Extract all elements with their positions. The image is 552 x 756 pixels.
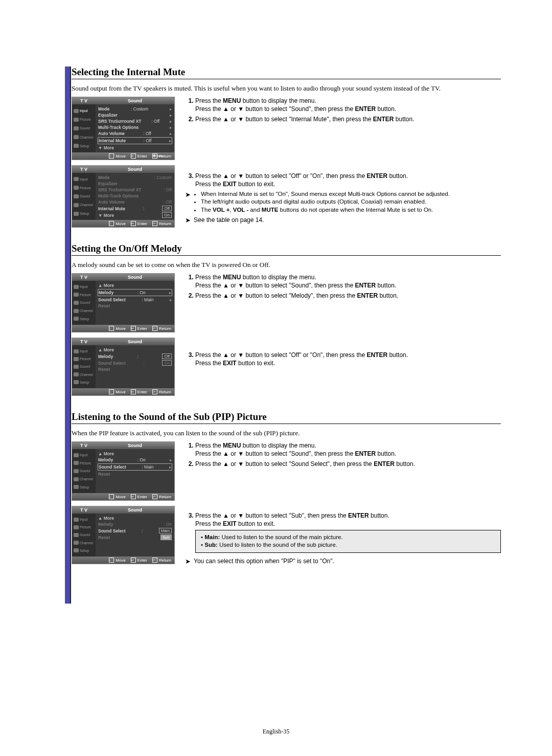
row-eq: Equalizer [98, 113, 118, 118]
section2-steps-b: Press the ▲ or ▼ button to select "Off" … [195, 351, 501, 367]
move-icon: ↕ [109, 221, 114, 226]
enter-icon: ↵ [131, 389, 136, 394]
channel-icon [74, 541, 79, 545]
section1-steps-b: Press the ▲ or ▼ button to select "Off" … [195, 172, 501, 188]
row-more: ▼ More [98, 145, 114, 150]
enter-icon: ↵ [131, 326, 136, 331]
channel-icon [74, 372, 79, 376]
return-icon: ⏎ [152, 389, 157, 394]
input-icon [74, 453, 79, 457]
enter-icon: ↵ [131, 221, 136, 226]
row-av: Auto Volume [98, 131, 125, 136]
osd-screenshot: T VSound Input Picture Sound Channel Set… [72, 165, 175, 228]
section1-content: T VSound Input Picture Sound Channel Set… [72, 97, 501, 228]
section3-infobox: • Main: Used to listen to the sound of t… [195, 530, 501, 553]
section3-intro: When the PIP feature is activated, you c… [72, 429, 501, 437]
osd-tv-label: T V [72, 97, 96, 104]
section1-note2: ➤ See the table on page 14. [185, 216, 501, 225]
move-icon: ↕ [109, 326, 114, 331]
sound-icon [74, 301, 79, 305]
osd-title: Sound [96, 97, 174, 104]
section2-steps-a: Press the MENU button to display the men… [195, 273, 501, 300]
section3-note: ➤ You can select this option when "PIP" … [185, 557, 501, 566]
osd-screenshot: T VSound Input Picture Sound Channel Set… [72, 97, 175, 160]
picture-icon [74, 293, 79, 297]
picture-icon [74, 357, 79, 361]
osd-screenshot: T VSound Input Picture Sound Channel Set… [72, 273, 175, 332]
return-icon: ⏎ [152, 221, 157, 226]
input-icon [74, 109, 79, 113]
osd-list: Mode: Custom▸ Equalizer▸ SRS TruSurround… [96, 104, 174, 152]
sound-icon [74, 533, 79, 537]
move-icon: ↕ [109, 558, 114, 563]
return-icon: �return [152, 153, 157, 159]
return-icon: ⏎ [152, 326, 157, 331]
setup-icon [74, 317, 79, 321]
row-mto: Multi-Track Options [98, 125, 139, 130]
chevron-right-icon: ▸ [170, 298, 172, 302]
chevron-right-icon: ▸ [170, 119, 172, 124]
channel-icon [74, 203, 79, 207]
move-icon: ↕ [109, 494, 114, 499]
note-arrow-icon: ➤ [185, 216, 191, 225]
chevron-right-icon: ▸ [169, 139, 171, 143]
section2-intro: A melody sound can be set to come on whe… [72, 261, 501, 269]
section2-heading: Setting the On/Off Melody [72, 243, 501, 256]
section3-steps-a: Press the MENU button to display the men… [195, 441, 501, 469]
picture-icon [74, 186, 79, 190]
channel-icon [74, 309, 79, 313]
section1-steps-a: Press the MENU button to display the men… [195, 97, 501, 124]
nav-picture: Picture [72, 116, 96, 123]
input-icon [74, 349, 79, 353]
option-off: Off [162, 206, 172, 211]
chevron-right-icon: ▸ [170, 125, 172, 130]
row-srs: SRS TruSurround XT [98, 119, 142, 124]
input-icon [74, 177, 79, 181]
note-arrow-icon: ➤ [185, 557, 191, 566]
step-3: Press the ▲ or ▼ button to select "Off" … [195, 172, 501, 188]
picture-icon [74, 118, 79, 122]
osd-footer: ↕Move ↵Enter �returnReturn [72, 152, 174, 160]
section3-heading: Listening to the Sound of the Sub (PIP) … [72, 411, 501, 424]
return-icon: ⏎ [152, 494, 157, 499]
option-on: On [162, 212, 172, 218]
row-mode: Mode [98, 106, 109, 112]
setup-icon [74, 144, 79, 148]
setup-icon [74, 548, 79, 552]
input-icon [74, 285, 79, 289]
sound-icon [74, 365, 79, 369]
section1-note1: ➤ When Internal Mute is set to "On", Sou… [185, 190, 501, 214]
setup-icon [74, 380, 79, 384]
step-1: Press the MENU button to display the men… [195, 97, 501, 113]
note-arrow-icon: ➤ [185, 190, 191, 214]
enter-icon: ↵ [131, 494, 136, 499]
setup-icon [74, 212, 79, 216]
osd-screenshot: T VSound Input Picture Sound Channel Set… [72, 338, 175, 396]
chevron-right-icon: ▸ [169, 291, 171, 295]
move-icon: ↕ [109, 153, 114, 159]
chevron-right-icon: ▸ [170, 107, 172, 112]
chevron-right-icon: ▸ [169, 465, 171, 470]
chevron-right-icon: ▸ [170, 458, 172, 462]
manual-page: Selecting the Internal Mute Sound output… [0, 0, 552, 756]
return-icon: ⏎ [152, 558, 157, 563]
nav-sound: Sound [72, 125, 96, 132]
setup-icon [74, 485, 79, 489]
row-internal-mute: Internal Mute [99, 138, 126, 143]
section3-steps-b: Press the ▲ or ▼ button to select "Sub",… [195, 512, 501, 528]
picture-icon [74, 525, 79, 529]
move-icon: ↕ [109, 389, 114, 394]
page-number: English-35 [0, 728, 552, 736]
chevron-right-icon: ▸ [170, 131, 172, 136]
sound-icon [74, 194, 79, 198]
osd-screenshot: T VSound Input Picture Sound Channel Set… [72, 441, 175, 501]
step-2: Press the ▲ or ▼ button to select "Inter… [195, 115, 501, 123]
osd-nav: Input Picture Sound Channel Setup [72, 104, 96, 152]
nav-input: Input [72, 107, 96, 115]
vertical-accent-bar [65, 66, 71, 604]
picture-icon [74, 461, 79, 465]
section1-heading: Selecting the Internal Mute [72, 66, 501, 79]
input-icon [74, 518, 79, 522]
nav-setup: Setup [72, 142, 96, 149]
enter-icon: ↵ [131, 558, 136, 563]
